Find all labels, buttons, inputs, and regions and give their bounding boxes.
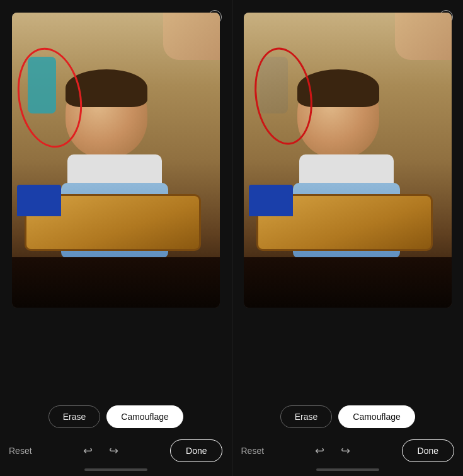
table-bottom-right bbox=[244, 257, 452, 308]
done-button-right[interactable]: Done bbox=[402, 439, 454, 462]
tool-buttons-right: Erase Camouflage bbox=[280, 405, 415, 428]
blue-plate-right bbox=[249, 185, 293, 216]
undo-redo-left: ↩ ↪ bbox=[81, 441, 121, 460]
erase-button-left[interactable]: Erase bbox=[49, 405, 101, 428]
left-panel: ? Erase Camouflage Reset bbox=[0, 0, 232, 476]
tool-buttons-left: Erase Camouflage bbox=[49, 405, 183, 428]
home-indicator-right bbox=[316, 468, 379, 471]
baby-hair-right bbox=[297, 69, 379, 107]
controls-right: Erase Camouflage Reset ↩ ↪ Done bbox=[232, 308, 464, 476]
bottom-bar-right: Reset ↩ ↪ Done bbox=[232, 437, 464, 465]
teal-object-right bbox=[260, 57, 288, 113]
erase-button-right[interactable]: Erase bbox=[280, 405, 333, 428]
hands-area-left bbox=[163, 13, 220, 60]
photo-left bbox=[12, 13, 220, 308]
reset-button-right[interactable]: Reset bbox=[241, 446, 265, 456]
undo-button-left[interactable]: ↩ bbox=[81, 441, 95, 460]
teal-object-left bbox=[28, 57, 56, 113]
redo-button-right[interactable]: ↪ bbox=[338, 441, 353, 460]
table-bottom-left bbox=[12, 257, 220, 308]
hands-area-right bbox=[395, 13, 452, 60]
right-panel: ? Erase Camouflage Reset bbox=[232, 0, 464, 476]
done-button-left[interactable]: Done bbox=[170, 439, 222, 462]
home-indicator-left bbox=[84, 468, 147, 471]
bottom-bar-left: Reset ↩ ↪ Done bbox=[0, 437, 232, 465]
camouflage-button-right[interactable]: Camouflage bbox=[338, 405, 415, 428]
undo-button-right[interactable]: ↩ bbox=[312, 441, 327, 460]
reset-button-left[interactable]: Reset bbox=[9, 446, 32, 456]
baby-hair-left bbox=[66, 69, 147, 107]
blue-plate-left bbox=[17, 185, 61, 216]
photo-right bbox=[244, 13, 452, 308]
controls-left: Erase Camouflage Reset ↩ ↪ Done bbox=[0, 308, 232, 476]
undo-redo-right: ↩ ↪ bbox=[312, 441, 353, 460]
redo-button-left[interactable]: ↪ bbox=[106, 441, 121, 460]
camouflage-button-left[interactable]: Camouflage bbox=[106, 405, 183, 428]
